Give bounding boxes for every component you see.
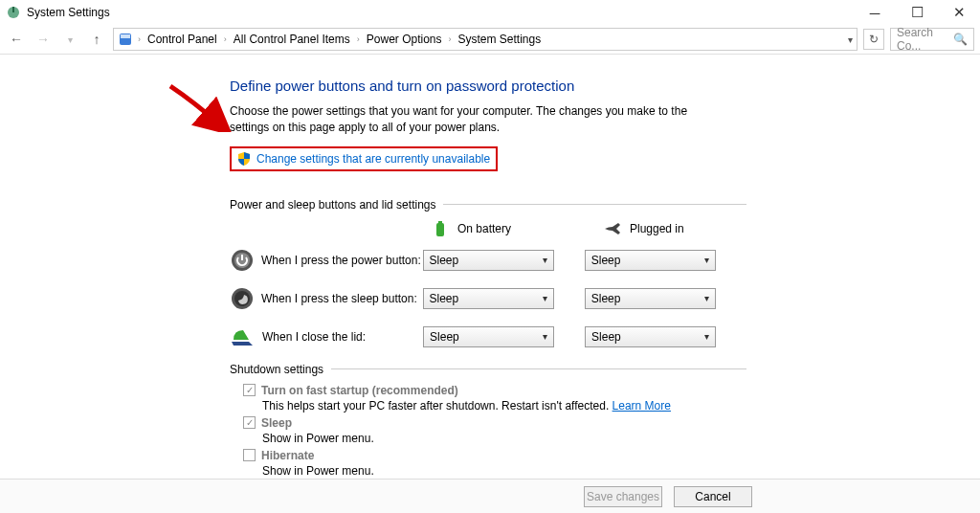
- svg-rect-3: [121, 34, 130, 38]
- chevron-right-icon: ›: [221, 34, 230, 44]
- page-description: Choose the power settings that you want …: [230, 103, 727, 137]
- up-button[interactable]: ↑: [86, 29, 107, 50]
- chevron-down-icon[interactable]: ▾: [848, 34, 853, 45]
- section-power-sleep: Power and sleep buttons and lid settings: [230, 198, 746, 212]
- control-panel-icon: [118, 32, 133, 47]
- column-plugged-in: Plugged in: [630, 222, 684, 235]
- dropdown-sleep-plugged-in[interactable]: Sleep▾: [585, 288, 716, 309]
- search-icon: 🔍: [953, 33, 968, 46]
- back-button[interactable]: ←: [6, 29, 27, 50]
- checkbox-hibernate[interactable]: [243, 449, 256, 461]
- shutdown-sub: Show in Power menu.: [262, 464, 746, 478]
- breadcrumb[interactable]: Control Panel: [145, 33, 219, 46]
- breadcrumb[interactable]: All Control Panel Items: [232, 33, 352, 46]
- minimize-button[interactable]: ─: [854, 0, 896, 25]
- change-settings-link[interactable]: Change settings that are currently unava…: [256, 152, 490, 166]
- footer: Save changes Cancel: [0, 479, 980, 513]
- shutdown-sub: Show in Power menu.: [262, 432, 746, 445]
- save-button[interactable]: Save changes: [584, 486, 662, 507]
- shutdown-sub: This helps start your PC faster after sh…: [262, 399, 746, 413]
- navbar: ← → ▾ ↑ › Control Panel › All Control Pa…: [0, 25, 980, 54]
- refresh-button[interactable]: ↻: [863, 29, 884, 50]
- chevron-right-icon: ›: [445, 34, 454, 44]
- chevron-down-icon: ▾: [704, 255, 709, 265]
- breadcrumb[interactable]: System Settings: [456, 33, 543, 46]
- maximize-button[interactable]: ☐: [896, 0, 938, 25]
- dropdown-lid-plugged-in[interactable]: Sleep▾: [585, 326, 716, 347]
- chevron-right-icon: ›: [354, 34, 363, 44]
- recent-dropdown[interactable]: ▾: [59, 29, 80, 50]
- checkbox-sleep[interactable]: ✓: [243, 416, 256, 429]
- section-title-label: Power and sleep buttons and lid settings: [230, 198, 435, 212]
- dropdown-power-plugged-in[interactable]: Sleep▾: [585, 250, 716, 271]
- page-title: Define power buttons and turn on passwor…: [230, 78, 746, 94]
- battery-icon: [431, 219, 450, 238]
- search-input[interactable]: Search Co... 🔍: [890, 28, 974, 51]
- row-power-button: When I press the power button: Sleep▾ Sl…: [230, 248, 746, 273]
- checkbox-fast-startup[interactable]: ✓: [243, 384, 256, 396]
- section-title-label: Shutdown settings: [230, 363, 323, 376]
- power-button-icon: [230, 248, 254, 273]
- row-label: When I press the power button:: [261, 254, 422, 267]
- svg-rect-1: [12, 7, 14, 12]
- uac-shield-icon: [237, 152, 251, 166]
- shutdown-item-sleep: ✓ Sleep Show in Power menu.: [243, 416, 746, 445]
- content-viewport[interactable]: Define power buttons and turn on passwor…: [0, 54, 980, 479]
- row-label: When I close the lid:: [262, 330, 423, 344]
- sleep-button-icon: [230, 286, 254, 311]
- window-title: System Settings: [27, 6, 110, 19]
- chevron-down-icon: ▾: [704, 293, 709, 303]
- app-icon: [6, 5, 21, 20]
- dropdown-lid-on-battery[interactable]: Sleep▾: [423, 326, 554, 347]
- chevron-down-icon: ▾: [704, 331, 709, 342]
- svg-rect-5: [438, 221, 442, 224]
- address-bar[interactable]: › Control Panel › All Control Panel Item…: [113, 28, 858, 51]
- section-shutdown: Shutdown settings: [230, 363, 746, 376]
- dropdown-sleep-on-battery[interactable]: Sleep▾: [423, 288, 554, 309]
- dropdown-power-on-battery[interactable]: Sleep▾: [423, 250, 554, 271]
- laptop-lid-icon: [230, 324, 255, 349]
- shutdown-item-hibernate: Hibernate Show in Power menu.: [243, 449, 746, 478]
- chevron-down-icon: ▾: [543, 293, 547, 303]
- row-sleep-button: When I press the sleep button: Sleep▾ Sl…: [230, 286, 746, 311]
- cancel-button[interactable]: Cancel: [674, 486, 752, 507]
- change-settings-highlight: Change settings that are currently unava…: [230, 146, 498, 171]
- breadcrumb[interactable]: Power Options: [365, 33, 444, 46]
- chevron-right-icon: ›: [135, 34, 144, 44]
- shutdown-item-fast-startup: ✓ Turn on fast startup (recommended) Thi…: [243, 384, 746, 413]
- close-button[interactable]: ✕: [938, 0, 980, 25]
- titlebar: System Settings ─ ☐ ✕: [0, 0, 980, 25]
- learn-more-link[interactable]: Learn More: [612, 399, 671, 413]
- row-close-lid: When I close the lid: Sleep▾ Sleep▾: [230, 324, 746, 349]
- search-placeholder: Search Co...: [897, 26, 953, 53]
- plug-icon: [603, 219, 622, 238]
- column-on-battery: On battery: [457, 222, 511, 235]
- chevron-down-icon: ▾: [543, 255, 547, 265]
- row-label: When I press the sleep button:: [261, 292, 422, 305]
- svg-rect-4: [436, 223, 444, 236]
- chevron-down-icon: ▾: [543, 331, 547, 342]
- forward-button[interactable]: →: [33, 29, 54, 50]
